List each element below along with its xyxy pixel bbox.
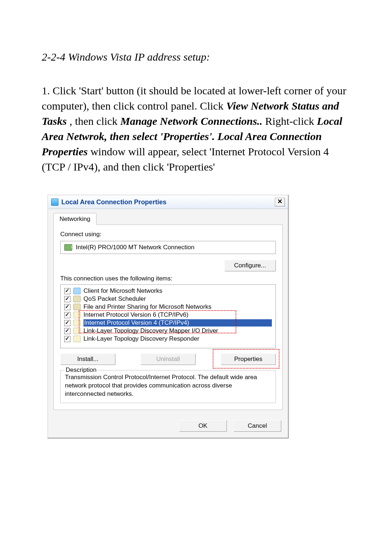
checkbox-icon[interactable] [64, 320, 70, 326]
section-heading: 2-2-4 Windows Vista IP address setup: [42, 51, 350, 63]
protocol-icon [73, 320, 81, 326]
list-item-label: Link-Layer Topology Discovery Responder [83, 335, 272, 342]
properties-button[interactable]: Properties [221, 353, 276, 365]
ok-button[interactable]: OK [179, 420, 227, 432]
instruction-text-2: , then click [69, 115, 120, 127]
list-item[interactable]: Internet Protocol Version 6 (TCP/IPv6) [62, 311, 274, 319]
list-item-label: QoS Packet Scheduler [83, 295, 272, 303]
tab-panel-networking: Connect using: Intel(R) PRO/1000 MT Netw… [53, 225, 283, 410]
close-button[interactable]: ✕ [275, 198, 285, 206]
connect-using-label: Connect using: [60, 231, 276, 238]
list-item-label: File and Printer Sharing for Microsoft N… [83, 303, 272, 311]
client-icon [73, 288, 81, 294]
list-item[interactable]: Client for Microsoft Networks [62, 287, 274, 295]
description-group: Description Transmission Control Protoco… [60, 370, 276, 403]
install-button[interactable]: Install... [60, 353, 115, 365]
dialog-body: Networking Connect using: Intel(R) PRO/1… [48, 209, 288, 415]
list-item[interactable]: QoS Packet Scheduler [62, 295, 274, 303]
item-buttons: Install... Uninstall Properties [60, 353, 276, 365]
checkbox-icon[interactable] [64, 296, 70, 302]
protocol-icon [73, 328, 81, 334]
scheduler-icon [73, 296, 81, 302]
list-item-label: Client for Microsoft Networks [83, 287, 272, 295]
dialog-titlebar: Local Area Connection Properties ✕ [48, 196, 288, 209]
instruction-bold-2: Manage Network Connections.. [120, 115, 262, 127]
items-label: This connection uses the following items… [60, 275, 276, 282]
items-list[interactable]: Client for Microsoft Networks QoS Packet… [60, 284, 276, 348]
adapter-name: Intel(R) PRO/1000 MT Network Connection [76, 244, 195, 251]
checkbox-icon[interactable] [64, 312, 70, 318]
list-item-ipv4-selected[interactable]: Internet Protocol Version 4 (TCP/IPv4) [62, 319, 274, 327]
document-page: 2-2-4 Windows Vista IP address setup: 1.… [0, 0, 392, 554]
configure-button[interactable]: Configure... [224, 260, 276, 271]
protocol-icon [73, 336, 81, 342]
close-icon: ✕ [277, 198, 282, 205]
dialog-footer: OK Cancel [48, 415, 288, 438]
list-item-label: Link-Layer Topology Discovery Mapper I/O… [83, 327, 272, 335]
adapter-box: Intel(R) PRO/1000 MT Network Connection [60, 241, 276, 254]
dialog-title: Local Area Connection Properties [61, 198, 275, 206]
dialog-local-area-connection-properties: Local Area Connection Properties ✕ Netwo… [47, 194, 289, 439]
list-item-label: Internet Protocol Version 6 (TCP/IPv6) [83, 311, 272, 319]
checkbox-icon[interactable] [64, 336, 70, 342]
list-item[interactable]: Link-Layer Topology Discovery Responder [62, 335, 274, 343]
list-item-label: Internet Protocol Version 4 (TCP/IPv4) [83, 319, 272, 327]
checkbox-icon[interactable] [64, 288, 70, 294]
checkbox-icon[interactable] [64, 304, 70, 310]
nic-icon [64, 244, 72, 251]
instruction-text-3: Right-click [265, 115, 317, 127]
cancel-button[interactable]: Cancel [233, 420, 281, 432]
list-item[interactable]: File and Printer Sharing for Microsoft N… [62, 303, 274, 311]
uninstall-button[interactable]: Uninstall [140, 353, 196, 365]
instruction-paragraph: 1. Click 'Start' button (it should be lo… [42, 83, 350, 175]
checkbox-icon[interactable] [64, 328, 70, 334]
list-item[interactable]: Link-Layer Topology Discovery Mapper I/O… [62, 327, 274, 335]
window-icon [51, 198, 58, 206]
description-legend: Description [64, 366, 98, 374]
tab-networking[interactable]: Networking [53, 213, 97, 225]
share-icon [73, 304, 81, 310]
protocol-icon [73, 312, 81, 318]
description-text: Transmission Control Protocol/Internet P… [65, 373, 271, 398]
